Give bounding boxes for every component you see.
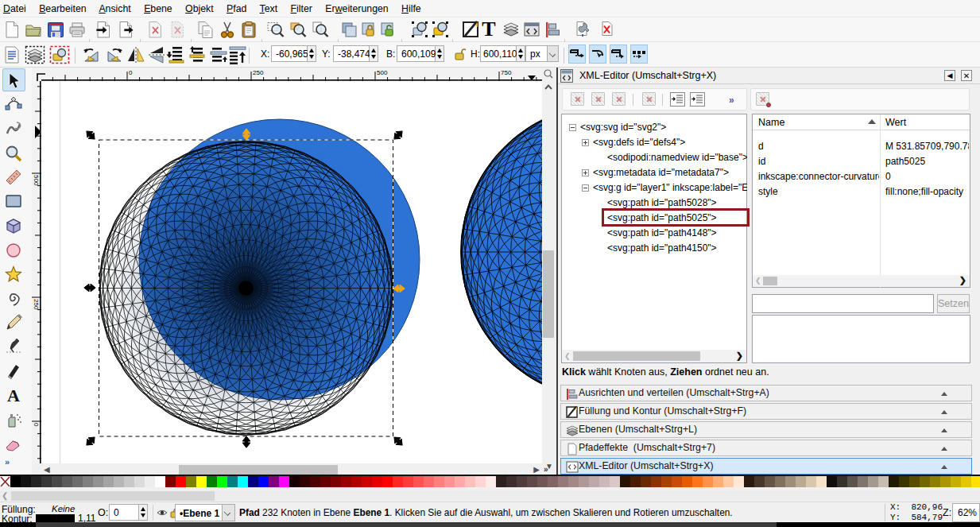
- svg-text:500: 500: [377, 69, 388, 76]
- svg-text:250: 250: [33, 299, 40, 310]
- svg-text:A: A: [7, 386, 20, 405]
- svg-text:0: 0: [129, 69, 133, 76]
- svg-text:250: 250: [253, 69, 264, 76]
- svg-text:750: 750: [501, 69, 512, 76]
- svg-text:500: 500: [33, 175, 40, 186]
- svg-text:0: 0: [33, 423, 40, 427]
